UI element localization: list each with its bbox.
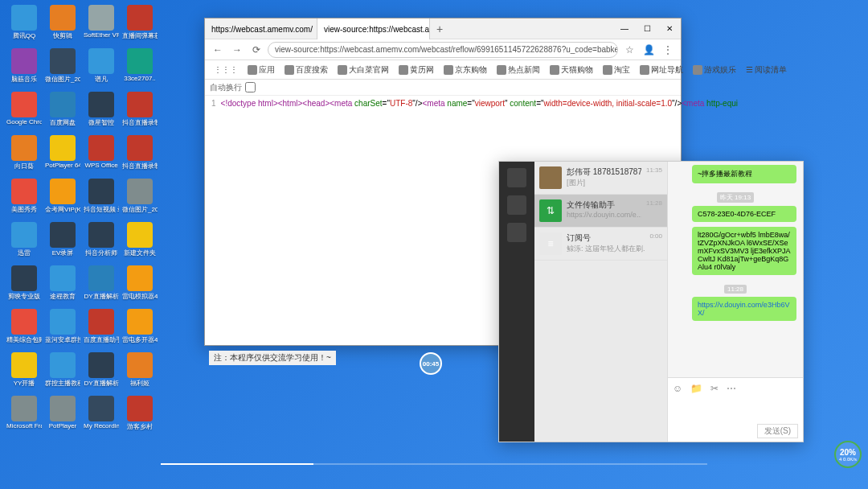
chat-icon[interactable] xyxy=(507,195,526,215)
desktop-icon[interactable]: 百度直播助手 xyxy=(84,307,119,346)
tab-active[interactable]: view-source:https://webcast.a..× xyxy=(317,18,430,39)
desktop-icon[interactable]: DY直播解析 xyxy=(84,264,119,302)
wechat-tools: ☺ 📁 ✂ ⋯ xyxy=(671,381,800,396)
desktop-icon[interactable]: YY开播 xyxy=(6,351,42,389)
avatar[interactable] xyxy=(507,168,526,187)
desktop-icon[interactable]: PotPlayer xyxy=(45,394,80,433)
progress-bar[interactable] xyxy=(161,463,707,465)
bookmark-item[interactable]: 淘宝 xyxy=(599,63,634,77)
desktop-icon[interactable]: 蓝河安卓群控 xyxy=(45,307,80,346)
bookmark-item[interactable]: 热点新闻 xyxy=(493,63,544,77)
desktop-icon[interactable]: 剪映专业版 xyxy=(6,264,42,302)
desktop-icon[interactable]: 抖音短视频 录制 xyxy=(84,177,119,216)
bookmark-item[interactable]: 游戏娱乐 xyxy=(689,63,740,77)
app-icon xyxy=(11,92,37,117)
desktop-icon[interactable]: 微信图片_20210731.. xyxy=(122,177,158,216)
desktop-icon[interactable]: 雷电模拟器4 xyxy=(122,264,158,302)
bookmark-item[interactable]: 大白菜官网 xyxy=(334,63,393,77)
icon-label: 蓝河安卓群控 xyxy=(45,335,80,344)
desktop-icon[interactable]: 途程教育 xyxy=(45,264,80,302)
desktop-icon[interactable]: 福利姬 xyxy=(122,351,158,389)
desktop-icon[interactable]: 抖音直播录制_河豪丝版_ xyxy=(122,90,158,129)
desktop-icon[interactable]: Google Chrome xyxy=(6,90,42,129)
conversation-item[interactable]: ⇅文件传输助手https://v.douyin.com/e...11:28 xyxy=(534,195,667,228)
menu-icon[interactable]: ⋮ xyxy=(660,42,676,58)
wechat-sidebar xyxy=(499,162,534,442)
bookmark-item[interactable]: 黄历网 xyxy=(395,63,438,77)
desktop-icon[interactable]: 新建文件夹 xyxy=(122,220,158,259)
icon-label: 抖音分析师 xyxy=(85,249,117,257)
desktop-icon[interactable]: 迅雷 xyxy=(6,220,42,259)
scissors-icon[interactable]: ✂ xyxy=(710,383,719,394)
icon-label: PotPlayer xyxy=(49,422,77,429)
desktop-icon[interactable]: 美图秀秀 xyxy=(6,177,42,216)
url-input[interactable]: view-source:https://webcast.amemv.com/we… xyxy=(268,42,618,58)
desktop-icon[interactable]: 抖音分析师 xyxy=(84,220,119,259)
window-controls: — ☐ ✕ xyxy=(613,18,681,39)
app-icon xyxy=(50,5,76,31)
desktop-icon[interactable]: 微信图片_20210723.. xyxy=(45,47,80,85)
icon-label: Google Chrome xyxy=(6,118,42,125)
minimize-button[interactable]: — xyxy=(613,18,636,39)
desktop-icon[interactable]: DY直播解析 xyxy=(84,351,119,389)
desktop-icon[interactable]: 金考网VIP(K下载器 xyxy=(45,177,80,216)
desktop-icon[interactable]: 群控主播教程 xyxy=(45,351,80,389)
desktop-icon[interactable]: 微星智控 xyxy=(84,90,119,129)
desktop-icon[interactable]: EV录屏 xyxy=(45,220,80,259)
close-button[interactable]: ✕ xyxy=(658,18,681,39)
tab-inactive[interactable]: https://webcast.amemv.com/× xyxy=(205,18,317,39)
autowrap-checkbox[interactable] xyxy=(245,82,256,92)
send-button[interactable]: 发送(S) xyxy=(757,424,798,438)
reload-button[interactable]: ⟳ xyxy=(248,42,264,58)
app-icon xyxy=(11,5,37,31)
performance-meter[interactable]: 20% 4 0.0K/s xyxy=(834,441,862,468)
apps-icon[interactable]: ⋮⋮⋮ xyxy=(210,64,242,76)
app-icon xyxy=(127,222,153,248)
desktop-icon[interactable]: 抖音直播录制0524 xyxy=(122,134,158,172)
desktop-icon[interactable]: 向日葵 xyxy=(6,134,42,172)
bookmark-item[interactable]: ☰阅读清单 xyxy=(742,63,791,77)
emoji-icon[interactable]: ☺ xyxy=(673,383,682,394)
bookmark-item[interactable]: 百度搜索 xyxy=(280,63,332,77)
back-button[interactable]: ← xyxy=(210,42,226,58)
wechat-input-area[interactable]: ☺ 📁 ✂ ⋯ 发送(S) xyxy=(668,377,803,442)
desktop-icon[interactable]: 精美综合包账户XmBasV xyxy=(6,307,42,346)
bookmark-item[interactable]: 天猫购物 xyxy=(546,63,597,77)
app-icon xyxy=(127,309,153,335)
desktop-icon[interactable]: 快剪辑 xyxy=(45,3,80,42)
conversation-item[interactable]: 彭伟哥 18781518787[图片]11:35 xyxy=(534,162,667,195)
desktop-icon[interactable]: PotPlayer 64 bit xyxy=(45,134,80,172)
bookmarks-bar: ⋮⋮⋮ 应用百度搜索大白菜官网黄历网京东购物热点新闻天猫购物淘宝网址导航游戏娱乐… xyxy=(205,60,681,80)
desktop-icon[interactable]: My Recording 0 xyxy=(84,394,119,433)
folder-icon[interactable]: 📁 xyxy=(690,383,702,394)
profile-icon[interactable]: 👤 xyxy=(641,42,657,58)
desktop-icon[interactable]: 脑筋音乐 xyxy=(6,47,42,85)
desktop-icon[interactable]: 雷电多开器4 xyxy=(122,307,158,346)
bookmark-item[interactable]: 应用 xyxy=(244,63,279,77)
desktop-icon[interactable]: 百度网盘 xyxy=(45,90,80,129)
conversation-item[interactable]: ≡订阅号鲸泺: 这届年轻人都在刷...0:00 xyxy=(534,228,667,261)
desktop-icon[interactable]: SoftEther VPN Clie.. xyxy=(84,3,119,42)
icon-label: 剪映专业版 xyxy=(8,292,40,301)
desktop-icon[interactable]: 33ce2707.. xyxy=(122,47,158,85)
maximize-button[interactable]: ☐ xyxy=(636,18,658,39)
autowrap-label: 自动换行 xyxy=(210,82,242,93)
bookmark-item[interactable]: 网址导航 xyxy=(636,63,687,77)
source-content: 1<!doctype html><html><head><meta charSe… xyxy=(205,96,681,111)
app-icon xyxy=(11,48,37,74)
desktop-icon[interactable]: WPS Office xyxy=(84,134,119,172)
app-icon xyxy=(127,5,153,31)
desktop-icon[interactable]: 直播间弹幕获取 xyxy=(122,3,158,42)
more-icon[interactable]: ⋯ xyxy=(727,383,736,394)
desktop-icon[interactable]: 腾讯QQ xyxy=(6,3,42,42)
desktop-icon[interactable]: 游客乡村 xyxy=(122,394,158,433)
star-icon[interactable]: ☆ xyxy=(621,42,637,58)
app-icon xyxy=(11,309,37,335)
desktop-icon[interactable]: Microsoft Framework.. xyxy=(6,394,42,433)
new-tab-button[interactable]: + xyxy=(430,18,449,39)
contacts-icon[interactable] xyxy=(507,223,526,242)
desktop-icon[interactable]: 谱凡 xyxy=(84,47,119,85)
bookmark-item[interactable]: 京东购物 xyxy=(440,63,491,77)
app-icon xyxy=(88,135,114,161)
forward-button[interactable]: → xyxy=(229,42,245,58)
